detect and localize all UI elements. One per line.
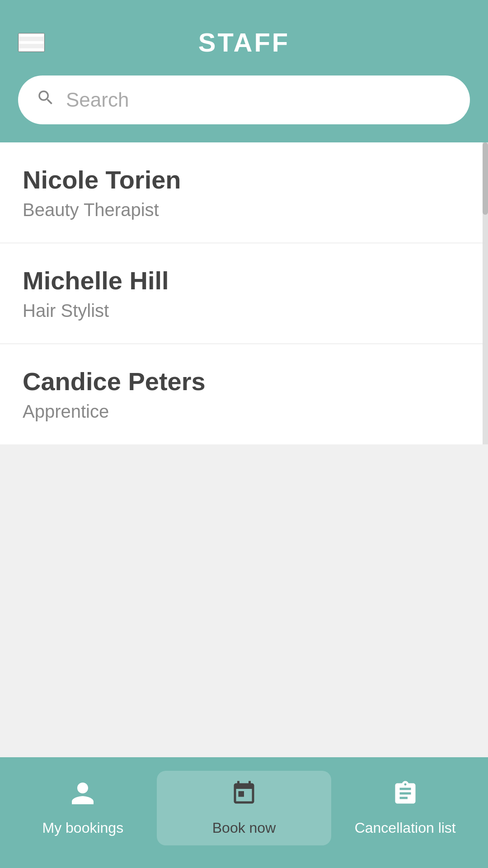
staff-name: Michelle Hill	[23, 266, 465, 295]
person-icon	[69, 780, 96, 813]
nav-item-cancellation-list[interactable]: Cancellation list	[331, 780, 479, 836]
scrollbar-track[interactable]	[483, 142, 488, 444]
nav-item-my-bookings[interactable]: My bookings	[9, 780, 157, 836]
nav-label-my-bookings: My bookings	[42, 820, 124, 836]
search-input[interactable]	[66, 89, 452, 111]
nav-label-cancellation-list: Cancellation list	[355, 820, 456, 836]
search-container	[0, 75, 488, 142]
page-title: STAFF	[18, 27, 470, 57]
search-icon	[36, 88, 55, 112]
nav-item-book-now[interactable]: Book now	[157, 771, 332, 845]
search-bar	[18, 75, 470, 124]
calendar-icon	[230, 780, 258, 813]
menu-button[interactable]	[18, 33, 45, 52]
staff-list: Nicole TorienBeauty TherapistMichelle Hi…	[0, 142, 488, 444]
scrollbar-thumb	[483, 142, 488, 215]
empty-area	[0, 444, 488, 757]
staff-role: Hair Stylist	[23, 301, 465, 321]
staff-item[interactable]: Nicole TorienBeauty Therapist	[0, 142, 488, 243]
staff-name: Candice Peters	[23, 367, 465, 396]
staff-item[interactable]: Michelle HillHair Stylist	[0, 243, 488, 344]
bottom-nav: My bookings Book now Cancellation list	[0, 757, 488, 868]
staff-name: Nicole Torien	[23, 165, 465, 194]
staff-list-wrapper: Nicole TorienBeauty TherapistMichelle Hi…	[0, 142, 488, 444]
staff-role: Beauty Therapist	[23, 200, 465, 220]
nav-label-book-now: Book now	[212, 820, 276, 836]
staff-role: Apprentice	[23, 401, 465, 422]
header: STAFF	[0, 0, 488, 75]
staff-item[interactable]: Candice PetersApprentice	[0, 344, 488, 444]
clipboard-icon	[392, 780, 419, 813]
